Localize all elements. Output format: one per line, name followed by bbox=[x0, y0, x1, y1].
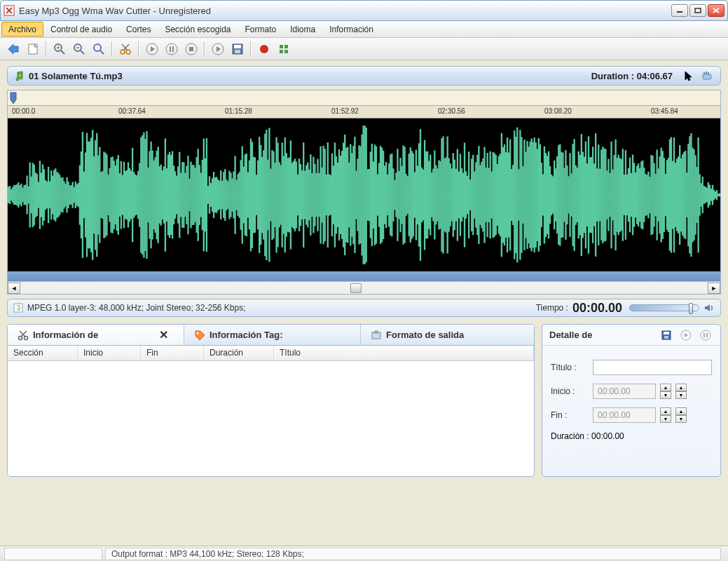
zoom-out-icon[interactable] bbox=[70, 40, 88, 58]
detail-pause-icon[interactable] bbox=[698, 327, 713, 343]
svg-rect-50 bbox=[34, 165, 35, 226]
cursor-tool-icon[interactable] bbox=[681, 69, 696, 83]
horizontal-scrollbar[interactable]: ◄ ► bbox=[8, 281, 720, 294]
tab-seccion-info[interactable]: Información de ✕ bbox=[8, 325, 184, 345]
open-file-icon[interactable] bbox=[4, 40, 22, 58]
svg-rect-493 bbox=[665, 174, 666, 217]
play-icon[interactable] bbox=[143, 40, 161, 58]
detail-title: Detalle de bbox=[549, 330, 592, 340]
svg-rect-286 bbox=[370, 152, 371, 238]
fin-down2[interactable]: ▼ bbox=[675, 415, 687, 423]
svg-rect-95 bbox=[97, 156, 99, 235]
scroll-track[interactable] bbox=[20, 283, 708, 294]
svg-rect-261 bbox=[334, 142, 336, 247]
detail-play-icon[interactable] bbox=[678, 327, 694, 343]
tab-close-icon[interactable]: ✕ bbox=[153, 328, 174, 342]
svg-rect-375 bbox=[497, 164, 498, 226]
tab-tag-info[interactable]: Información Tag: bbox=[184, 325, 361, 345]
svg-rect-420 bbox=[561, 152, 562, 238]
svg-rect-177 bbox=[214, 177, 216, 212]
svg-rect-279 bbox=[359, 147, 361, 244]
inicio-down2[interactable]: ▼ bbox=[675, 391, 687, 399]
zoom-in-icon[interactable] bbox=[50, 40, 69, 58]
th-titulo[interactable]: Título bbox=[274, 346, 534, 360]
tab-formato-salida[interactable]: Formato de salida bbox=[361, 325, 534, 345]
th-seccion[interactable]: Sección bbox=[8, 346, 78, 360]
fin-up[interactable]: ▲ bbox=[660, 407, 671, 415]
menu-seccion-escogida[interactable]: Sección escogida bbox=[158, 21, 238, 37]
svg-rect-150 bbox=[176, 176, 177, 215]
fin-up2[interactable]: ▲ bbox=[675, 407, 687, 415]
svg-rect-182 bbox=[221, 181, 223, 210]
menu-archivo[interactable]: Archivo bbox=[1, 22, 43, 36]
menu-informacion[interactable]: Información bbox=[322, 21, 380, 37]
svg-rect-44 bbox=[25, 185, 26, 205]
time-ruler[interactable]: 00:00.0 00:37.64 01:15.28 01:52.92 02:30… bbox=[8, 106, 720, 119]
svg-rect-293 bbox=[380, 146, 381, 244]
svg-rect-395 bbox=[525, 151, 526, 238]
pause-icon[interactable] bbox=[163, 40, 181, 58]
waveform-overview[interactable] bbox=[8, 271, 720, 281]
svg-rect-200 bbox=[247, 173, 249, 218]
ruler-tick: 00:37.64 bbox=[118, 107, 146, 115]
waveform-canvas[interactable] bbox=[8, 119, 720, 271]
svg-rect-133 bbox=[151, 151, 153, 240]
svg-rect-492 bbox=[664, 158, 665, 232]
svg-rect-413 bbox=[551, 175, 552, 215]
zoom-selection-icon[interactable] bbox=[90, 40, 108, 58]
volume-thumb[interactable] bbox=[689, 303, 693, 314]
menu-control-audio[interactable]: Control de audio bbox=[43, 21, 119, 37]
play-selection-icon[interactable] bbox=[209, 40, 227, 58]
inicio-up[interactable]: ▲ bbox=[660, 384, 671, 391]
save-icon[interactable] bbox=[228, 40, 247, 58]
svg-rect-524 bbox=[709, 184, 710, 205]
svg-rect-219 bbox=[274, 163, 275, 227]
th-inicio[interactable]: Inicio bbox=[78, 346, 141, 360]
svg-rect-49 bbox=[32, 163, 34, 227]
cut-icon[interactable] bbox=[116, 40, 135, 58]
svg-rect-429 bbox=[573, 139, 575, 251]
svg-rect-289 bbox=[374, 144, 376, 245]
minimize-button[interactable] bbox=[671, 4, 688, 17]
pan-tool-icon[interactable] bbox=[699, 69, 715, 83]
svg-rect-108 bbox=[116, 159, 118, 231]
marker-strip[interactable] bbox=[8, 90, 720, 106]
table-body[interactable] bbox=[8, 361, 534, 473]
volume-slider[interactable] bbox=[629, 304, 699, 311]
svg-rect-243 bbox=[308, 170, 310, 220]
svg-rect-382 bbox=[507, 137, 508, 252]
fin-input[interactable] bbox=[593, 407, 656, 423]
inicio-label: Inicio : bbox=[551, 386, 589, 396]
close-button[interactable] bbox=[708, 4, 724, 17]
th-fin[interactable]: Fin bbox=[141, 346, 204, 360]
fin-down[interactable]: ▼ bbox=[660, 415, 671, 423]
scroll-right-arrow[interactable]: ► bbox=[708, 283, 720, 294]
scroll-thumb[interactable] bbox=[350, 283, 362, 293]
svg-rect-64 bbox=[53, 170, 55, 219]
svg-rect-416 bbox=[555, 168, 556, 222]
titulo-input[interactable] bbox=[593, 360, 712, 375]
svg-rect-171 bbox=[206, 138, 207, 252]
svg-rect-519 bbox=[702, 177, 703, 213]
scroll-left-arrow[interactable]: ◄ bbox=[8, 283, 20, 294]
inicio-input[interactable] bbox=[593, 384, 656, 399]
menu-idioma[interactable]: Idioma bbox=[283, 21, 322, 37]
grid-icon[interactable] bbox=[275, 40, 293, 58]
svg-rect-531 bbox=[719, 194, 720, 197]
menu-formato[interactable]: Formato bbox=[238, 21, 283, 37]
speaker-icon[interactable] bbox=[703, 302, 715, 313]
inicio-up2[interactable]: ▲ bbox=[675, 384, 687, 391]
stop-icon[interactable] bbox=[182, 40, 200, 58]
svg-rect-405 bbox=[540, 144, 541, 246]
svg-rect-220 bbox=[275, 137, 277, 253]
svg-rect-169 bbox=[203, 139, 205, 252]
th-duracion[interactable]: Duración bbox=[204, 346, 274, 360]
inicio-down[interactable]: ▼ bbox=[660, 391, 671, 399]
menu-cortes[interactable]: Cortes bbox=[119, 21, 158, 37]
svg-rect-304 bbox=[395, 173, 397, 217]
detail-save-icon[interactable] bbox=[659, 327, 674, 343]
record-icon[interactable] bbox=[255, 40, 273, 58]
maximize-button[interactable] bbox=[689, 4, 706, 17]
new-file-icon[interactable] bbox=[24, 40, 42, 58]
tab-label: Formato de salida bbox=[386, 330, 464, 340]
